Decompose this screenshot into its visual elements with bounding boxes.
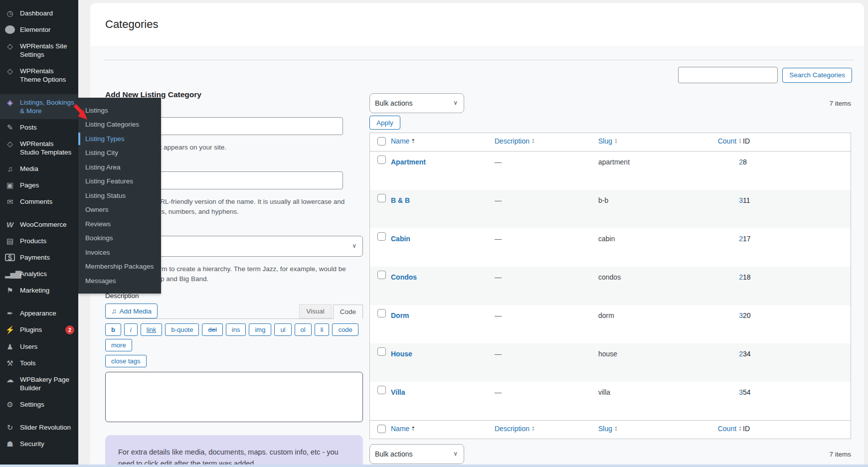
sidebar-item[interactable]: ⚑ Marketing [0, 282, 78, 299]
category-name-link[interactable]: Cabin [391, 235, 410, 243]
row-checkbox[interactable] [377, 309, 386, 317]
submenu-item[interactable]: Listing Features [78, 174, 161, 189]
category-id: 11 [743, 190, 851, 204]
sidebar-item-label: WPRentals Theme Options [20, 67, 74, 84]
sidebar-item[interactable]: ⚒ Tools [0, 355, 78, 371]
category-count-link[interactable]: 2 [739, 350, 743, 358]
sidebar-item[interactable]: ↻ Slider Revolution [0, 419, 78, 436]
row-checkbox[interactable] [377, 232, 386, 241]
category-count-link[interactable]: 2 [739, 235, 743, 243]
quicktag-button[interactable]: li [315, 323, 330, 336]
row-checkbox[interactable] [377, 156, 386, 164]
category-name-link[interactable]: Dorm [391, 311, 409, 319]
category-name-link[interactable]: B & B [391, 196, 410, 204]
quicktag-button[interactable]: code [332, 323, 358, 336]
categories-list: Bulk actions ∨ 7 items Apply Name ▲▼ [369, 90, 851, 467]
description-textarea[interactable] [105, 372, 363, 422]
category-name-link[interactable]: Apartment [391, 158, 426, 166]
column-header[interactable]: Slug ▲▼ [598, 425, 618, 433]
row-checkbox[interactable] [377, 271, 386, 279]
submenu-item[interactable]: Listing Categories [78, 118, 161, 132]
sort-arrows-icon: ▲▼ [411, 426, 415, 432]
quicktag-button[interactable]: ul [274, 323, 291, 336]
tab-visual[interactable]: Visual [299, 304, 332, 318]
category-name-link[interactable]: Villa [391, 388, 405, 396]
column-header[interactable]: Description ▲▼ [495, 425, 535, 433]
select-all-checkbox[interactable] [377, 425, 386, 433]
row-checkbox[interactable] [377, 386, 386, 394]
select-all-checkbox[interactable] [377, 137, 386, 146]
category-count-link[interactable]: 2 [739, 158, 743, 166]
category-count-link[interactable]: 3 [739, 388, 743, 396]
quicktag-button[interactable]: del [202, 323, 222, 336]
column-header[interactable]: Description ▲▼ [495, 137, 535, 145]
submenu-item[interactable]: Invoices [78, 245, 161, 260]
category-count-link[interactable]: 2 [739, 273, 743, 281]
submenu-item[interactable]: Listing Status [78, 188, 161, 203]
sidebar-item[interactable]: ⚙ Settings [0, 396, 78, 413]
tab-code[interactable]: Code [333, 305, 363, 319]
quicktag-button[interactable]: i [124, 323, 138, 336]
column-header[interactable]: Slug ▲▼ [598, 137, 618, 145]
category-name-link[interactable]: Condos [391, 273, 417, 281]
submenu-item[interactable]: Messages [78, 274, 161, 288]
sidebar-item[interactable]: ♟ Users [0, 338, 78, 355]
quicktag-button[interactable]: ins [226, 323, 246, 336]
quicktag-button[interactable]: b [105, 323, 121, 336]
submenu-item[interactable]: Bookings [78, 231, 161, 246]
sidebar-item[interactable]: W WooCommerce [0, 216, 78, 233]
sidebar-item[interactable]: ⚡ Plugins 2 [0, 321, 78, 338]
column-header[interactable]: Name ▲▼ [391, 425, 415, 433]
search-input[interactable] [678, 67, 778, 83]
sidebar-item[interactable]: ✎ Posts [0, 119, 78, 136]
sidebar-item[interactable]: ◇ WPRentals Studio Templates [0, 136, 78, 160]
sidebar-item[interactable]: ◷ Dashboard [0, 5, 78, 21]
apply-button[interactable]: Apply [369, 116, 400, 130]
submenu-item[interactable]: Listing Area [78, 160, 161, 174]
submenu-item[interactable]: Owners [78, 203, 161, 217]
sidebar-item[interactable]: ▤ Products [0, 233, 78, 249]
search-categories-button[interactable]: Search Categories [782, 68, 852, 83]
page-header: Categories [90, 3, 864, 46]
sidebar-item[interactable]: ♫ Media [0, 160, 78, 177]
quicktag-button[interactable]: img [249, 323, 271, 336]
category-name-link[interactable]: House [391, 350, 412, 358]
sidebar-item[interactable]: ▣ Pages [0, 177, 78, 193]
submenu-item-label: Listing Types [85, 135, 125, 143]
bulk-actions-select-bottom[interactable]: Bulk actions [369, 444, 464, 464]
category-count-link[interactable]: 3 [739, 311, 743, 319]
sidebar-item[interactable]: ✒ Appearance [0, 305, 78, 321]
row-checkbox[interactable] [377, 194, 386, 202]
category-description: — [495, 343, 598, 358]
submenu-item[interactable]: Membership Packages [78, 260, 161, 274]
add-media-button[interactable]: ♫ Add Media [105, 304, 158, 318]
column-header[interactable]: ID ▲▼ [743, 137, 750, 145]
sidebar-item[interactable]: E Elementor [0, 21, 78, 38]
column-header[interactable]: Name ▲▼ [391, 137, 415, 145]
horizontal-scrollbar[interactable] [0, 465, 868, 467]
category-count-link[interactable]: 3 [739, 196, 743, 204]
submenu-item[interactable]: Listing Types [78, 132, 161, 146]
sidebar-item[interactable]: $ Payments [0, 249, 78, 266]
sidebar-item[interactable]: ◇ WPRentals Theme Options [0, 63, 78, 88]
column-header[interactable]: Count ▲▼ [718, 137, 742, 145]
sidebar-item[interactable]: ✉ Comments [0, 193, 78, 210]
sidebar-item[interactable]: ☗ Security [0, 436, 78, 452]
quicktag-button[interactable]: b-quote [165, 323, 199, 336]
quicktag-button[interactable]: more [105, 339, 132, 351]
settings-icon: ⚙ [5, 400, 15, 409]
sidebar-item[interactable]: ☁ WPBakery Page Builder [0, 371, 78, 396]
bulk-actions-select[interactable]: Bulk actions [369, 93, 464, 113]
quicktag-button[interactable]: ol [295, 323, 312, 336]
column-header[interactable]: ID ▲▼ [743, 425, 750, 433]
sidebar-item[interactable]: ◇ WPRentals Site Settings [0, 38, 78, 63]
sidebar-item[interactable]: ◈ Listings, Bookings & More [0, 94, 78, 119]
row-checkbox[interactable] [377, 347, 386, 356]
submenu-item[interactable]: Listing City [78, 146, 161, 160]
column-header[interactable]: Count ▲▼ [718, 425, 742, 433]
close-tags-button[interactable]: close tags [105, 355, 147, 367]
submenu-item[interactable]: Reviews [78, 217, 161, 231]
quicktag-button[interactable]: link [141, 323, 163, 336]
sidebar-item[interactable]: ▂▅▇ Analytics [0, 266, 78, 282]
submenu-item[interactable]: Listings [78, 103, 161, 118]
